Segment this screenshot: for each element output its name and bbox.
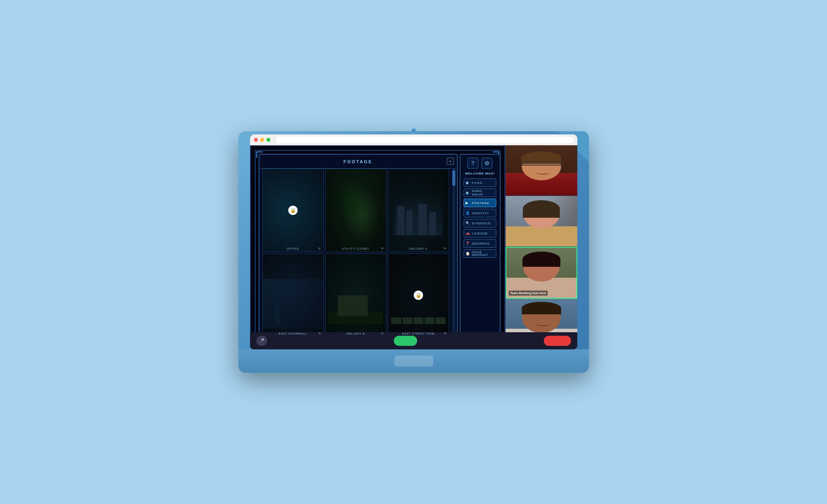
evidence-icon: 🔍	[466, 221, 470, 225]
nav-btn-identity[interactable]: 👤 IDENTITY	[464, 209, 496, 217]
trackpad[interactable]	[394, 356, 433, 367]
participant-card-1	[506, 145, 577, 196]
screen-bezel: FOOTAGE × 🔒 OFFICE °C	[250, 134, 577, 349]
nav-btn-harddrive[interactable]: ▣ HARD DRIVE	[464, 189, 496, 197]
nav-btn-files[interactable]: ▣ FILES	[464, 178, 496, 187]
nav-btn-files-label: FILES	[472, 181, 482, 185]
footage-dialog: FOOTAGE × 🔒 OFFICE °C	[259, 154, 458, 341]
identity-icon: 👤	[466, 211, 470, 215]
footage-title-bar: FOOTAGE ×	[259, 155, 457, 169]
browser-dot-yellow[interactable]	[260, 138, 264, 142]
nav-btn-license[interactable]: 🚗 LICENSE	[464, 229, 496, 238]
browser-chrome	[250, 134, 577, 145]
cctv-label-gallery-b: GALLERY B	[326, 332, 386, 335]
cctv-label-east-street: EAST STREET VIEW	[388, 332, 449, 335]
cctv-label-east-stairwell: EAST STAIRWELL	[263, 332, 323, 335]
cctv-cell-east-stairwell[interactable]: EAST STAIRWELL °F	[263, 254, 324, 337]
end-call-button[interactable]	[544, 336, 571, 346]
cctv-grid: 🔒 OFFICE °C UTILITY CLOSET °F	[263, 169, 449, 337]
cctv-cell-gallery-b[interactable]: GALLERY B °F	[325, 254, 386, 337]
cctv-label-gallery-c: GALLERY C	[388, 247, 449, 250]
nav-btn-identity-label: IDENTITY	[472, 211, 489, 215]
webcam-dot	[411, 128, 416, 134]
cctv-cell-east-street[interactable]: 🔒 EAST STREET VIEW °F	[388, 254, 449, 337]
participant-card-3: Team Building Hub Host	[506, 247, 577, 299]
nav-btn-warrant[interactable]: 📋 ISSUE WARRANT	[464, 249, 496, 258]
cctv-temp-gallery-b: °F	[381, 332, 383, 335]
participants-panel: Team Building Hub Host	[505, 145, 577, 349]
cctv-temp-east-stairwell: °F	[318, 332, 321, 335]
green-action-button[interactable]	[394, 336, 417, 346]
participant-card-2	[506, 196, 577, 247]
host-label: Team Building Hub Host	[509, 291, 548, 296]
browser-dot-green[interactable]	[266, 138, 270, 142]
controls-right	[544, 336, 571, 346]
help-btn[interactable]: ?	[467, 158, 478, 169]
nav-btn-warrant-label: ISSUE WARRANT	[472, 251, 494, 256]
nav-btn-address-label: ADDRESS	[472, 242, 490, 245]
cctv-temp-office: °C	[318, 247, 321, 250]
footage-scrollbar[interactable]	[452, 169, 455, 338]
cctv-label-office: OFFICE	[263, 247, 323, 250]
footage-title: FOOTAGE	[344, 159, 373, 164]
browser-url-bar[interactable]	[276, 137, 573, 143]
laptop-base	[238, 349, 589, 373]
cctv-temp-east-street: °F	[443, 332, 446, 335]
files-icon: ▣	[466, 181, 470, 185]
cctv-temp-utility: °F	[381, 247, 383, 250]
game-panel: FOOTAGE × 🔒 OFFICE °C	[250, 145, 505, 349]
cctv-cell-office[interactable]: 🔒 OFFICE °C	[263, 169, 324, 252]
footage-close-btn[interactable]: ×	[447, 158, 454, 165]
nav-welcome-text: WELCOME MAX!	[465, 172, 495, 175]
cctv-label-utility: UTILITY CLOSET	[326, 247, 386, 250]
nav-btn-harddrive-label: HARD DRIVE	[472, 189, 494, 196]
license-icon: 🚗	[466, 231, 470, 235]
cctv-cell-gallery-c[interactable]: GALLERY C °F	[388, 169, 449, 252]
controls-left: 🎤	[256, 336, 267, 346]
settings-btn[interactable]: ⚙	[481, 158, 492, 169]
nav-btn-footage[interactable]: ▶ FOOTAGE	[464, 199, 496, 207]
app-area: FOOTAGE × 🔒 OFFICE °C	[250, 145, 577, 349]
harddrive-icon: ▣	[466, 191, 470, 195]
nav-btn-footage-label: FOOTAGE	[472, 201, 490, 205]
nav-header-icons: ? ⚙	[467, 158, 492, 169]
browser-dot-red[interactable]	[254, 138, 258, 142]
nav-btn-address[interactable]: 📍 ADDRESS	[464, 239, 496, 248]
nav-btn-evidence[interactable]: 🔍 EVIDENCE	[464, 219, 496, 227]
address-icon: 📍	[466, 241, 470, 245]
nav-btn-evidence-label: EVIDENCE	[472, 222, 491, 225]
lock-icon: 🔒	[288, 206, 298, 215]
cctv-temp-gallery-c: °F	[443, 247, 446, 250]
warrant-icon: 📋	[466, 252, 470, 256]
footage-scroll-thumb	[452, 170, 455, 186]
footage-icon: ▶	[466, 201, 470, 205]
lock-icon-street: 🔒	[414, 291, 423, 300]
nav-panel: ? ⚙ WELCOME MAX! ▣ FILES ▣ HARD DRIVE ▶	[460, 154, 501, 341]
nav-btn-license-label: LICENSE	[472, 232, 488, 235]
controls-center	[394, 336, 417, 346]
laptop-container: FOOTAGE × 🔒 OFFICE °C	[238, 131, 589, 373]
mic-button[interactable]: 🎤	[256, 336, 267, 346]
cctv-cell-utility[interactable]: UTILITY CLOSET °F	[325, 169, 386, 252]
